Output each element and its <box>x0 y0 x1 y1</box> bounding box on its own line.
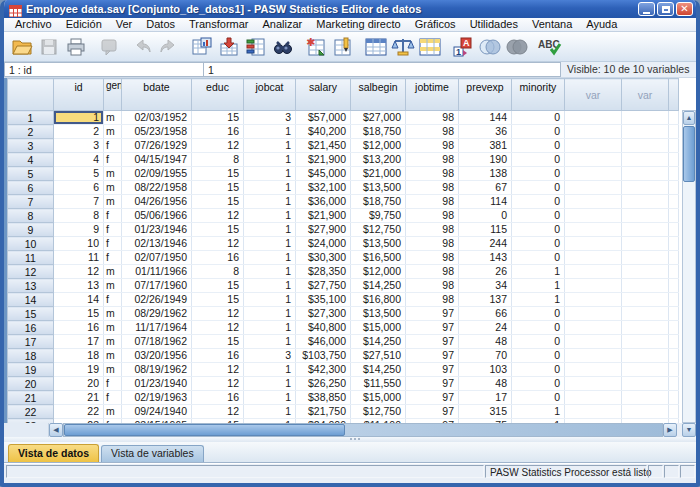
cell[interactable]: 98 <box>406 167 459 181</box>
column-header-salary[interactable]: salary <box>296 79 351 111</box>
cell[interactable]: 08/22/1958 <box>122 181 192 195</box>
cell[interactable]: $46,000 <box>296 335 351 349</box>
cell[interactable]: 12 <box>192 377 244 391</box>
column-header-gender[interactable]: gender <box>104 79 122 111</box>
cell[interactable]: 24 <box>459 321 512 335</box>
cell[interactable] <box>669 237 679 251</box>
cell[interactable]: 381 <box>459 139 512 153</box>
cell[interactable]: 12 <box>192 139 244 153</box>
cell[interactable]: f <box>104 209 122 223</box>
column-header-salbegin[interactable]: salbegin <box>351 79 406 111</box>
column-header-minority[interactable]: minority <box>512 79 565 111</box>
cell[interactable]: 1 <box>244 251 296 265</box>
select-cases-icon[interactable] <box>417 34 443 60</box>
row-header-19[interactable]: 19 <box>8 363 54 377</box>
cell[interactable] <box>565 167 622 181</box>
cell[interactable]: 26 <box>459 265 512 279</box>
minimize-button[interactable] <box>638 2 655 16</box>
cell[interactable]: $13,500 <box>351 237 406 251</box>
insert-variable-icon[interactable] <box>330 34 356 60</box>
cell[interactable] <box>565 125 622 139</box>
column-header-blank[interactable] <box>669 79 679 111</box>
cell[interactable] <box>622 265 669 279</box>
row-header-1[interactable]: 1 <box>8 111 54 125</box>
maximize-button[interactable] <box>657 2 674 16</box>
cell[interactable]: 08/29/1962 <box>122 307 192 321</box>
row-header-13[interactable]: 13 <box>8 279 54 293</box>
cell[interactable]: 98 <box>406 223 459 237</box>
weight-cases-icon[interactable] <box>390 34 416 60</box>
cell[interactable]: 1 <box>244 237 296 251</box>
cell[interactable]: 98 <box>406 265 459 279</box>
cell[interactable]: 1 <box>244 405 296 419</box>
cell[interactable]: 315 <box>459 405 512 419</box>
print-icon[interactable] <box>63 34 89 60</box>
cell[interactable]: 1 <box>244 223 296 237</box>
cell[interactable]: 103 <box>459 363 512 377</box>
cell[interactable]: 11 <box>54 251 104 265</box>
cell[interactable] <box>622 321 669 335</box>
cell[interactable] <box>622 111 669 125</box>
cell[interactable]: $35,100 <box>296 293 351 307</box>
cell[interactable] <box>565 405 622 419</box>
cell[interactable] <box>622 223 669 237</box>
cell[interactable] <box>622 377 669 391</box>
cell[interactable] <box>622 391 669 405</box>
cell[interactable]: 114 <box>459 195 512 209</box>
cell[interactable]: 8 <box>54 209 104 223</box>
cell[interactable]: 16 <box>192 391 244 405</box>
cell[interactable]: $18,750 <box>351 125 406 139</box>
cell[interactable]: $27,750 <box>296 279 351 293</box>
cell[interactable]: $24,000 <box>296 237 351 251</box>
cell[interactable]: 244 <box>459 237 512 251</box>
row-header-14[interactable]: 14 <box>8 293 54 307</box>
cell[interactable] <box>669 419 679 424</box>
cell[interactable]: m <box>104 265 122 279</box>
cell[interactable]: 05/06/1966 <box>122 209 192 223</box>
cell[interactable]: 01/11/1966 <box>122 265 192 279</box>
cell[interactable]: 0 <box>512 125 565 139</box>
column-header-jobcat[interactable]: jobcat <box>244 79 296 111</box>
cell[interactable]: 1 <box>244 125 296 139</box>
cell[interactable]: 20 <box>54 377 104 391</box>
cell[interactable]: $42,300 <box>296 363 351 377</box>
cell[interactable]: f <box>104 153 122 167</box>
cell[interactable]: $15,000 <box>351 321 406 335</box>
cell[interactable]: 5 <box>54 167 104 181</box>
cell[interactable]: 15 <box>192 293 244 307</box>
row-header-15[interactable]: 15 <box>8 307 54 321</box>
cell[interactable]: 11/17/1964 <box>122 321 192 335</box>
menu-ayuda[interactable]: Ayuda <box>579 18 624 31</box>
cell[interactable] <box>622 139 669 153</box>
cell[interactable] <box>622 181 669 195</box>
vertical-scroll-thumb[interactable] <box>683 126 695 182</box>
cell[interactable] <box>622 209 669 223</box>
cell[interactable]: 15 <box>192 279 244 293</box>
cell[interactable]: 0 <box>512 377 565 391</box>
cell[interactable] <box>622 195 669 209</box>
row-header-17[interactable]: 17 <box>8 335 54 349</box>
row-header-5[interactable]: 5 <box>8 167 54 181</box>
goto-variable-icon[interactable] <box>243 34 269 60</box>
menu-marketing-directo[interactable]: Marketing directo <box>309 18 407 31</box>
cell[interactable]: $21,000 <box>351 167 406 181</box>
menu-utilidades[interactable]: Utilidades <box>463 18 525 31</box>
cell[interactable]: 9 <box>54 223 104 237</box>
menu-archivo[interactable]: Archivo <box>8 18 59 31</box>
cell[interactable]: 1 <box>244 335 296 349</box>
cell[interactable]: 48 <box>459 377 512 391</box>
column-header-var[interactable]: var <box>565 79 622 111</box>
cell[interactable]: 1 <box>244 307 296 321</box>
cell[interactable] <box>669 153 679 167</box>
cell[interactable]: 0 <box>512 195 565 209</box>
cell[interactable]: 0 <box>512 223 565 237</box>
cell[interactable]: 16 <box>192 125 244 139</box>
goto-chart-icon[interactable] <box>189 34 215 60</box>
cell[interactable]: 8 <box>192 153 244 167</box>
cell[interactable]: 1 <box>512 265 565 279</box>
cell[interactable]: $26,250 <box>296 377 351 391</box>
cell[interactable]: 07/17/1960 <box>122 279 192 293</box>
close-button[interactable]: ✕ <box>676 2 693 16</box>
cell[interactable]: 16 <box>54 321 104 335</box>
cell[interactable]: m <box>104 181 122 195</box>
